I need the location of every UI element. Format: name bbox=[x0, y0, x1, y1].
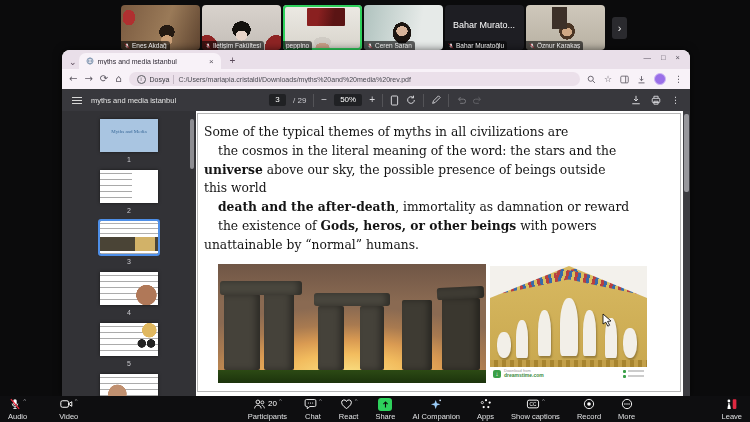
pdf-thumbnail-preview[interactable] bbox=[100, 323, 158, 356]
more-button[interactable]: More bbox=[618, 398, 635, 421]
pdf-thumbnail-preview[interactable] bbox=[100, 221, 158, 254]
participant-video-tile[interactable]: Öznur Karakaş bbox=[526, 5, 605, 50]
audio-button[interactable]: ^ Audio bbox=[8, 398, 27, 421]
pdf-page-input[interactable]: 3 bbox=[269, 94, 286, 106]
url-text: C:/Users/mariapia.cristaldi/Downloads/my… bbox=[178, 76, 411, 83]
zoom-bottom-toolbar: ^ Audio ^ Video bbox=[0, 396, 750, 422]
zoom-out-button[interactable]: − bbox=[321, 95, 327, 105]
side-panel-icon[interactable] bbox=[620, 75, 629, 84]
downloads-icon[interactable] bbox=[637, 75, 646, 84]
pdf-more-kebab-icon[interactable]: ⋮ bbox=[671, 95, 680, 105]
participant-video-tile[interactable]: Ceren Saran bbox=[364, 5, 443, 50]
captions-menu-chevron[interactable]: ^ bbox=[542, 398, 545, 404]
bookmark-star-icon[interactable]: ☆ bbox=[604, 74, 612, 84]
sidebar-scrollbar[interactable] bbox=[190, 119, 194, 169]
pdf-thumbnail-number: 2 bbox=[62, 207, 196, 214]
pdf-thumbnail-preview[interactable] bbox=[100, 170, 158, 203]
participant-name: Bahar Muratoğlu bbox=[456, 42, 504, 49]
cc-captions-icon: CC bbox=[526, 398, 540, 410]
apps-button[interactable]: Apps bbox=[477, 398, 494, 421]
rotate-icon[interactable] bbox=[406, 95, 416, 105]
pdf-thumbnail[interactable]: Myths and Media 1 bbox=[62, 119, 196, 163]
record-icon bbox=[583, 398, 595, 410]
react-button[interactable]: ^ React bbox=[339, 398, 359, 421]
zoom-magnifier-icon[interactable] bbox=[587, 75, 596, 84]
tab-search-chevron-icon[interactable]: ⌄ bbox=[69, 56, 77, 68]
pdf-zoom-level[interactable]: 50% bbox=[334, 94, 362, 106]
pdf-thumbnail-preview[interactable]: Myths and Media bbox=[100, 119, 158, 152]
participants-button[interactable]: 20 ^ Participants bbox=[248, 398, 287, 421]
pdf-thumbnail[interactable] bbox=[62, 374, 196, 396]
browser-tab[interactable]: myths and media istanbul × bbox=[79, 53, 221, 69]
share-button[interactable]: Share bbox=[375, 398, 395, 421]
participant-name: peppino bbox=[286, 42, 309, 49]
react-menu-chevron[interactable]: ^ bbox=[355, 398, 358, 404]
participant-video-tile[interactable]: peppino bbox=[283, 5, 362, 50]
back-icon[interactable]: ← bbox=[69, 74, 77, 84]
pdf-toolbar-right: ⋮ bbox=[631, 95, 680, 105]
ai-companion-button[interactable]: AI Companion bbox=[412, 398, 460, 421]
forward-icon[interactable]: → bbox=[84, 74, 92, 84]
home-icon[interactable]: ⌂ bbox=[115, 74, 121, 84]
redo-icon[interactable] bbox=[473, 95, 483, 105]
reload-icon[interactable]: ⟳ bbox=[100, 74, 108, 84]
page-info-icon[interactable]: i bbox=[137, 75, 146, 84]
participants-menu-chevron[interactable]: ^ bbox=[279, 398, 282, 404]
zoom-in-button[interactable]: + bbox=[369, 95, 375, 105]
participant-video-tile[interactable]: İletişim Fakültesi bbox=[202, 5, 281, 50]
window-minimize-button[interactable]: — bbox=[644, 53, 652, 62]
pdf-toolbar-center: 3 / 29 − 50% + bbox=[269, 94, 483, 107]
tab-close-icon[interactable]: × bbox=[209, 57, 214, 66]
share-screen-icon bbox=[378, 398, 392, 411]
profile-avatar[interactable] bbox=[654, 73, 666, 85]
video-menu-chevron[interactable]: ^ bbox=[75, 398, 78, 404]
participant-video-tile[interactable]: Enes Akdağ bbox=[121, 5, 200, 50]
pdf-thumbnail-sidebar: Myths and Media 1 2 3 4 5 bbox=[62, 111, 196, 396]
participant-video-tile[interactable]: Bahar Murato... Bahar Muratoğlu bbox=[445, 5, 524, 50]
window-close-button[interactable]: × bbox=[676, 53, 680, 62]
new-tab-button[interactable]: + bbox=[230, 56, 236, 66]
pdf-scrollbar-thumb[interactable] bbox=[684, 114, 689, 192]
pdf-thumbnail-number: 1 bbox=[62, 156, 196, 163]
pdf-page-total: / 29 bbox=[293, 96, 306, 105]
chat-menu-chevron[interactable]: ^ bbox=[319, 398, 322, 404]
leave-button[interactable]: Leave bbox=[722, 398, 742, 421]
slide-text-line: the cosmos in the literal meaning of the… bbox=[204, 142, 676, 161]
heart-icon bbox=[340, 398, 353, 410]
chat-icon bbox=[304, 398, 317, 410]
browser-menu-kebab-icon[interactable]: ⋮ bbox=[674, 74, 683, 84]
pdf-thumbnail[interactable]: 5 bbox=[62, 323, 196, 367]
pdf-scrollbar[interactable] bbox=[683, 111, 690, 396]
pdf-menu-icon[interactable] bbox=[72, 97, 82, 104]
video-button[interactable]: ^ Video bbox=[59, 398, 78, 421]
pdf-print-icon[interactable] bbox=[651, 95, 661, 105]
chat-button[interactable]: ^ Chat bbox=[304, 398, 322, 421]
slide-text-line: Some of the typical themes of myths in a… bbox=[204, 123, 676, 142]
participant-nametag: Ceren Saran bbox=[364, 41, 415, 50]
leave-door-icon bbox=[725, 398, 738, 410]
pdf-thumbnail-preview[interactable] bbox=[100, 272, 158, 305]
pdf-thumbnail[interactable]: 2 bbox=[62, 170, 196, 214]
participant-nametag: peppino bbox=[283, 41, 312, 50]
pdf-thumbnail-number: 3 bbox=[62, 258, 196, 265]
record-button[interactable]: Record bbox=[577, 398, 601, 421]
pdf-thumbnail[interactable]: 3 bbox=[62, 221, 196, 265]
more-ellipsis-icon bbox=[621, 398, 633, 410]
pdf-download-icon[interactable] bbox=[631, 95, 641, 105]
next-participants-button[interactable]: › bbox=[612, 17, 627, 39]
pdf-thumbnail-preview[interactable] bbox=[100, 374, 158, 396]
mic-off-icon bbox=[9, 398, 21, 410]
url-bar[interactable]: i Dosya C:/Users/mariapia.cristaldi/Down… bbox=[129, 72, 580, 86]
fit-page-icon[interactable] bbox=[390, 95, 399, 106]
pdf-thumbnail[interactable]: 4 bbox=[62, 272, 196, 316]
annotate-pen-icon[interactable] bbox=[431, 95, 441, 105]
browser-tab-strip: ⌄ myths and media istanbul × + — □ × bbox=[62, 50, 690, 69]
undo-icon[interactable] bbox=[456, 95, 466, 105]
window-maximize-button[interactable]: □ bbox=[661, 53, 666, 62]
camera-icon bbox=[60, 398, 73, 410]
slide-text-line: unattainable by “normal” humans. bbox=[204, 236, 676, 255]
dreamstime-logo-icon: ↓ bbox=[493, 370, 501, 378]
captions-button[interactable]: CC ^ Show captions bbox=[511, 398, 560, 421]
thumbnail-slide-title: Myths and Media bbox=[100, 129, 158, 134]
audio-menu-chevron[interactable]: ^ bbox=[23, 398, 26, 404]
